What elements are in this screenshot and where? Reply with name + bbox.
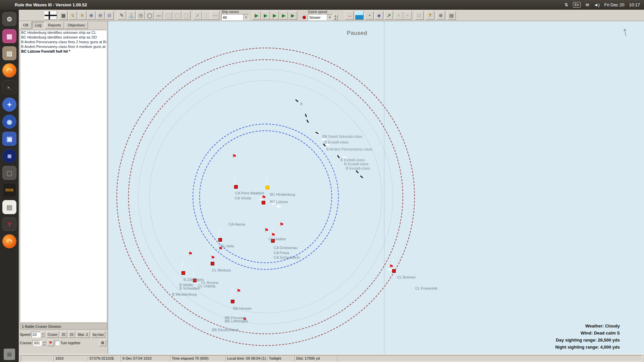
formation-button[interactable]: ◈ <box>375 11 383 20</box>
dropdown-arrow-icon[interactable]: ▼ <box>243 14 249 20</box>
help-button[interactable]: ? <box>426 11 434 20</box>
tab-reports[interactable]: Reports <box>45 22 64 29</box>
max-minus-2-button[interactable]: Max -2 <box>76 331 90 338</box>
weather-line: Weather: Cloudy <box>555 322 620 329</box>
dock-firefox-alt[interactable]: ◠ <box>2 234 16 248</box>
division-flag-icon[interactable]: ⚑ <box>188 251 193 256</box>
speed-spinner[interactable]: ▲ ▼ <box>32 332 45 338</box>
speed-up-icon[interactable]: ▲ <box>41 332 45 335</box>
dock-inactive-app[interactable]: ▢ <box>2 166 16 180</box>
dock-firefox[interactable]: ◠ <box>2 63 16 77</box>
time-step-3-button[interactable]: ▶ <box>270 11 279 20</box>
course-spinner[interactable]: ▲ ▼ <box>33 340 46 346</box>
course-input[interactable] <box>33 340 42 346</box>
friendly-ship-marker[interactable] <box>234 185 238 189</box>
friendly-ship-marker[interactable] <box>218 238 222 242</box>
zoom-in-button[interactable]: ⊕ <box>87 11 96 20</box>
lightning-button[interactable]: ↯ <box>68 11 77 20</box>
cruise-speed-button[interactable]: Cruise <box>46 331 59 338</box>
course-line-button[interactable]: ∕ <box>193 11 202 20</box>
division-flag-icon[interactable]: ⚑ <box>236 288 241 293</box>
sq-max-button[interactable]: Sq max <box>91 331 106 338</box>
time-step-2-button[interactable]: ▶ <box>261 11 270 20</box>
report-chart-button[interactable]: ↗ <box>384 11 393 20</box>
zoom-out-button[interactable]: ⊖ <box>96 11 105 20</box>
search-report-button[interactable]: ⊚ <box>436 11 445 20</box>
dock-file-drawers[interactable]: ▤ <box>2 46 16 60</box>
division-flag-icon[interactable]: ⚑ <box>271 232 275 237</box>
clock-time[interactable]: 10:17 <box>629 2 640 7</box>
dock-blue-swirl-app[interactable]: ✦ <box>2 98 16 112</box>
speed-down-icon[interactable]: ▼ <box>41 335 45 337</box>
log-list[interactable]: BC Hindenburg identifies unknown ship as… <box>20 30 107 322</box>
clock-date[interactable]: Fri Dec 20 <box>604 2 624 7</box>
time-circle-icon: ◷ <box>139 13 143 18</box>
tactical-map[interactable]: Paused ↑ Weather: CloudyWind: Dead calm … <box>108 21 644 354</box>
game-speed-down-button[interactable]: ▼ <box>333 17 338 20</box>
division-flag-icon[interactable]: ⚑ <box>211 255 215 260</box>
sea-view-button[interactable] <box>355 11 364 20</box>
save-button[interactable]: ▦ <box>59 11 68 20</box>
selected-ship-marker[interactable] <box>266 186 269 189</box>
tab-objectives[interactable]: Objectives <box>65 22 88 29</box>
dock-terminal[interactable]: >_ <box>2 80 16 95</box>
time-step-4-button[interactable]: ▶ <box>279 11 288 20</box>
ledger-button[interactable]: ¤ <box>78 11 87 20</box>
naval-ensign-button[interactable] <box>44 11 57 20</box>
game-speed-up-button[interactable]: ▲ <box>333 14 338 17</box>
friendly-ship-marker[interactable] <box>231 300 234 303</box>
dock-disc-app[interactable]: ◉ <box>2 115 16 129</box>
clock-button[interactable]: ◔ <box>365 11 374 20</box>
friendly-ship-marker[interactable] <box>181 271 185 275</box>
division-flag-icon[interactable]: ⚑ <box>279 222 284 227</box>
course-up-icon[interactable]: ▲ <box>42 340 46 343</box>
set-course-flag-button[interactable]: ⚑ <box>47 340 54 346</box>
tab-log[interactable]: Log <box>32 22 44 29</box>
friendly-ship-marker[interactable] <box>262 201 265 204</box>
mail-icon[interactable]: ✉ <box>585 2 589 7</box>
time-step-5-button[interactable]: ▶ <box>288 11 297 20</box>
updates-arrows-icon[interactable]: ⇅ <box>565 2 568 7</box>
log-entry[interactable]: B Andrei Pervozvanny-class fires 2 heavy… <box>20 40 106 44</box>
speed-25-button[interactable]: 25 <box>68 331 75 338</box>
log-entry[interactable]: B Andrei Pervozvanny-class fires 4 mediu… <box>20 44 106 49</box>
tab-ob[interactable]: OB <box>20 22 32 29</box>
division-flag-icon[interactable]: ⚑ <box>262 195 266 200</box>
volume-icon[interactable]: ◄) <box>594 2 599 7</box>
game-speed-select[interactable]: Slower ▼ <box>308 14 333 20</box>
division-flag-icon[interactable]: ⚑ <box>264 228 269 233</box>
turn-together-checkbox[interactable] <box>55 341 59 345</box>
log-entry[interactable]: BC Hindenburg identifies unknown ship as… <box>20 35 106 40</box>
division-flag-icon[interactable]: ⚑ <box>232 154 236 159</box>
dock-wine[interactable]: Y <box>2 217 16 231</box>
speed-20-button[interactable]: 20 <box>60 331 67 338</box>
signal-circle-button[interactable]: ◯ <box>145 11 154 20</box>
dropdown-arrow-icon[interactable]: ▼ <box>327 14 332 20</box>
course-down-icon[interactable]: ▼ <box>42 343 46 346</box>
division-flag-icon[interactable]: ⚑ <box>389 264 393 269</box>
ship-names-select[interactable]: All ▼ <box>221 14 249 20</box>
wake-dots-button[interactable]: ⋯ <box>211 11 219 20</box>
show-desktop-tile[interactable]: ▦ <box>4 349 15 360</box>
speed-input[interactable] <box>32 332 41 338</box>
time-circle-button[interactable]: ◷ <box>136 11 145 20</box>
minus-button[interactable]: — <box>154 11 163 20</box>
zoom-fit-button[interactable]: ⊙ <box>105 11 114 20</box>
dock-lock-keyring[interactable]: ◙ <box>2 149 16 163</box>
keyboard-layout-indicator[interactable]: En <box>573 2 581 8</box>
log-entry[interactable]: BC Lützow Fore/aft hull hit * <box>20 49 106 54</box>
advance-arrow-button[interactable]: → <box>345 11 354 20</box>
pencil-button[interactable]: ✎ <box>117 11 126 20</box>
dock-system-settings[interactable]: ⚙ <box>2 12 16 26</box>
friendly-ship-marker[interactable] <box>392 269 396 273</box>
dock-dosbox[interactable]: DOS <box>2 183 16 197</box>
dock-text-editor[interactable]: ▤ <box>2 200 16 214</box>
dock-virtualbox[interactable]: ▣ <box>2 132 16 146</box>
friendly-ship-marker[interactable] <box>211 262 214 265</box>
log-entry[interactable]: BC Hindenburg identifies unknown ship as… <box>20 30 106 35</box>
division-gear-button[interactable]: ⚙ <box>99 340 106 346</box>
time-step-1-button[interactable]: ▶ <box>252 11 261 20</box>
anchor-button[interactable]: ⚓ <box>127 11 136 20</box>
print-button[interactable]: ▤ <box>447 11 456 20</box>
dock-software-center[interactable]: ▦ <box>2 29 16 43</box>
